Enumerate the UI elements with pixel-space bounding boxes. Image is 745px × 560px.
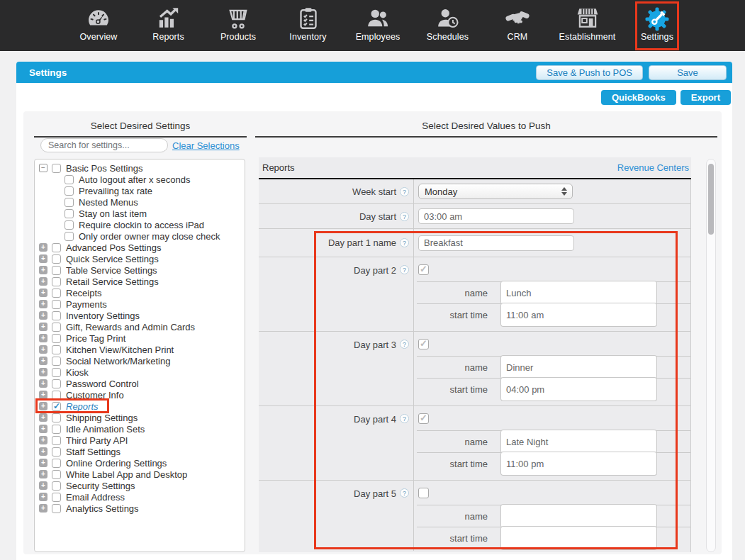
checkbox[interactable] [52,481,61,491]
checkbox-checked[interactable] [418,413,429,424]
checkbox[interactable] [52,277,61,286]
day-part-4-name-input[interactable] [500,430,657,454]
tree-item-social-network-marketing[interactable]: +Social Network/Marketing [35,355,245,366]
help-icon[interactable]: ? [400,340,409,349]
tree-item-kitchen-view-kitchen-print[interactable]: +Kitchen View/Kitchen Print [35,344,245,355]
tree-item-advanced-pos-settings[interactable]: +Advanced Pos Settings [35,242,245,253]
checkbox[interactable] [52,311,61,320]
scrollbar-thumb[interactable] [708,164,714,235]
tree-item-retail-service-settings[interactable]: +Retail Service Settings [35,276,245,287]
checkbox[interactable] [52,413,61,422]
nav-item-establishment[interactable]: Establishment [553,4,622,42]
checkbox[interactable] [52,357,61,366]
nav-item-reports[interactable]: Reports [134,4,203,42]
nav-item-products[interactable]: Products [203,4,273,42]
tree-item-only-order-owner-may-close-check[interactable]: Only order owner may close check [35,230,245,242]
checkbox[interactable] [418,488,429,498]
expand-icon[interactable]: + [39,425,47,433]
checkbox-checked[interactable] [52,402,61,411]
checkbox[interactable] [65,220,74,230]
checkbox-checked[interactable] [418,264,429,275]
tree-item-customer-info[interactable]: +Customer Info [35,389,245,401]
checkbox[interactable] [52,334,61,343]
expand-icon[interactable]: + [39,481,47,490]
tree-item-table-service-settings[interactable]: +Table Service Settings [35,264,245,276]
checkbox[interactable] [52,425,61,434]
nav-item-inventory[interactable]: Inventory [274,4,343,42]
expand-icon[interactable]: + [39,254,47,263]
day-part-3-start_time-input[interactable] [500,377,657,401]
checkbox[interactable] [52,379,61,388]
tree-item-gift-rewards-and-admin-cards[interactable]: +Gift, Rewards and Admin Cards [35,321,245,332]
checkbox[interactable] [65,232,74,241]
day-part-3-name-input[interactable] [500,355,657,379]
checkbox[interactable] [65,198,74,207]
checkbox[interactable] [65,175,74,184]
nav-item-overview[interactable]: Overview [64,4,133,42]
day-part-5-name-input[interactable] [500,504,657,528]
expand-icon[interactable]: + [39,436,47,444]
expand-icon[interactable]: + [39,266,47,274]
help-icon[interactable]: ? [400,187,409,196]
nav-item-settings[interactable]: Settings [622,4,692,42]
tree-item-stay-on-last-item[interactable]: Stay on last item [35,208,245,219]
checkbox[interactable] [52,300,61,309]
expand-icon[interactable]: + [39,402,47,410]
nav-item-crm[interactable]: CRM [483,4,552,42]
expand-icon[interactable]: + [39,470,47,478]
search-input[interactable] [40,138,168,152]
checkbox[interactable] [52,266,61,275]
tree-item-third-party-api[interactable]: +Third Party API [35,435,245,446]
help-icon[interactable]: ? [400,414,409,423]
help-icon[interactable]: ? [400,488,409,498]
nav-item-schedules[interactable]: Schedules [413,4,483,42]
expand-icon[interactable]: + [39,391,47,399]
week-start-select[interactable]: Monday [418,184,573,199]
expand-icon[interactable]: + [39,447,47,456]
checkbox[interactable] [52,289,61,298]
expand-icon[interactable]: + [39,504,47,513]
expand-icon[interactable]: + [39,493,47,501]
checkbox[interactable] [52,447,61,457]
tree-item-quick-service-settings[interactable]: +Quick Service Settings [35,253,245,264]
tree-item-prevailing-tax-rate[interactable]: Prevailing tax rate [35,185,245,196]
collapse-icon[interactable]: − [39,164,47,172]
checkbox[interactable] [52,504,61,513]
tree-item-online-ordering-settings[interactable]: +Online Ordering Settings [35,457,245,469]
checkbox[interactable] [65,186,74,196]
expand-icon[interactable]: + [39,345,47,354]
export-button[interactable]: Export [680,90,731,105]
day-part-2-start_time-input[interactable] [500,303,657,327]
expand-icon[interactable]: + [39,379,47,388]
expand-icon[interactable]: + [39,243,47,252]
tree-item-payments[interactable]: +Payments [35,298,245,310]
tree-item-email-address[interactable]: +Email Address [35,491,245,503]
revenue-centers-link[interactable]: Revenue Centers [617,162,690,173]
checkbox[interactable] [52,345,61,354]
tree-item-security-settings[interactable]: +Security Settings [35,480,245,491]
help-icon[interactable]: ? [400,265,409,274]
day-part-1-name-input[interactable] [418,235,574,251]
tree-item-require-clockin-to-access-ipad[interactable]: Require clockin to access iPad [35,219,245,230]
tree-item-nested-menus[interactable]: Nested Menus [35,196,245,208]
tree-item-password-control[interactable]: +Password Control [35,378,245,389]
tree-item-receipts[interactable]: +Receipts [35,287,245,298]
tree-item-idle-animation-sets[interactable]: +Idle Animation Sets [35,423,245,435]
checkbox[interactable] [52,436,61,445]
help-icon[interactable]: ? [400,238,409,247]
clear-selections-link[interactable]: Clear Selections [172,140,240,151]
checkbox[interactable] [52,254,61,264]
tree-item-kiosk[interactable]: +Kiosk [35,366,245,378]
checkbox[interactable] [52,493,61,502]
expand-icon[interactable]: + [39,368,47,376]
expand-icon[interactable]: + [39,277,47,286]
tree-item-white-label-app-and-desktop[interactable]: +White Label App and Desktop [35,469,245,480]
day-part-4-start_time-input[interactable] [500,452,657,476]
checkbox[interactable] [52,391,61,400]
scrollbar[interactable] [706,159,716,552]
expand-icon[interactable]: + [39,311,47,320]
expand-icon[interactable]: + [39,323,47,331]
checkbox[interactable] [52,323,61,332]
save-and-push-to-pos-button[interactable]: Save & Push to POS [536,65,643,80]
checkbox[interactable] [65,209,74,218]
